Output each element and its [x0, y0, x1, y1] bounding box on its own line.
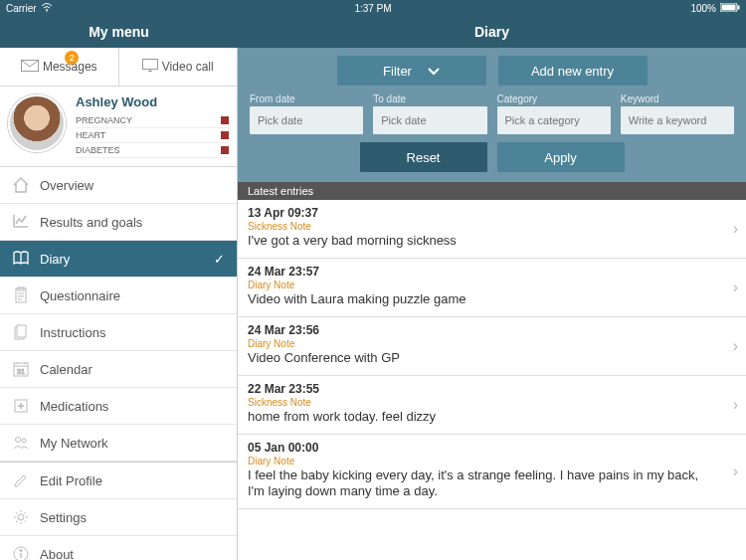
- home-icon: [12, 176, 30, 194]
- nav-label: Settings: [40, 510, 87, 525]
- sidebar-item-calendar[interactable]: 31Calendar: [0, 351, 237, 388]
- entry-text: home from work today. feel dizzy: [248, 409, 718, 426]
- top-bar: My menu Diary: [0, 16, 746, 48]
- to-date-input[interactable]: [373, 106, 486, 134]
- sidebar-item-settings[interactable]: Settings: [0, 499, 237, 536]
- sidebar-item-overview[interactable]: Overview: [0, 167, 237, 204]
- nav-label: Medications: [40, 399, 108, 414]
- entry-type: Diary Note: [248, 338, 718, 349]
- calendar-icon: 31: [12, 360, 30, 378]
- sidebar-item-about[interactable]: About: [0, 536, 237, 560]
- diary-entry[interactable]: 13 Apr 09:37Sickness NoteI've got a very…: [238, 200, 746, 259]
- page-title: Diary: [238, 16, 746, 48]
- chevron-right-icon: ›: [733, 463, 738, 480]
- entry-text: Video with Laura making puzzle game: [248, 291, 718, 308]
- apply-button[interactable]: Apply: [497, 142, 625, 172]
- profile-tag: HEART: [76, 128, 229, 143]
- tag-indicator-icon: [221, 146, 229, 154]
- profile-tag: PREGNANCY: [76, 113, 229, 128]
- avatar[interactable]: [8, 94, 66, 152]
- svg-point-17: [20, 550, 22, 552]
- profile-tag: DIABETES: [76, 143, 229, 158]
- add-entry-button[interactable]: Add new entry: [498, 56, 648, 86]
- tag-indicator-icon: [221, 131, 229, 139]
- clock-label: 1:37 PM: [354, 3, 391, 14]
- monitor-icon: [142, 59, 158, 75]
- diary-entry[interactable]: 05 Jan 00:00Diary NoteI feel the baby ki…: [238, 435, 746, 510]
- keyword-label: Keyword: [621, 93, 734, 104]
- chevron-right-icon: ›: [733, 337, 738, 355]
- svg-rect-3: [738, 5, 740, 9]
- people-icon: [12, 434, 30, 452]
- nav-label: Results and goals: [40, 215, 142, 230]
- tag-label: PREGNANCY: [76, 115, 132, 125]
- nav-label: Instructions: [40, 325, 105, 340]
- clipboard-icon: [12, 286, 30, 304]
- chevron-right-icon: ›: [733, 396, 738, 414]
- keyword-input[interactable]: [621, 106, 734, 134]
- battery-icon: [720, 3, 740, 14]
- diary-entry[interactable]: 22 Mar 23:55Sickness Notehome from work …: [238, 376, 746, 435]
- status-bar: Carrier 1:37 PM 100%: [0, 0, 746, 16]
- entry-text: I've got a very bad morning sickness: [248, 233, 718, 250]
- svg-point-14: [22, 439, 26, 443]
- sidebar-item-medications[interactable]: Medications: [0, 388, 237, 425]
- from-date-input[interactable]: [250, 106, 363, 134]
- sidebar-item-results-and-goals[interactable]: Results and goals: [0, 204, 237, 241]
- chart-icon: [12, 213, 30, 231]
- med-icon: [12, 397, 30, 415]
- entry-type: Diary Note: [248, 280, 718, 290]
- sidebar-title: My menu: [0, 16, 238, 48]
- book-icon: [12, 250, 30, 268]
- entry-date: 24 Mar 23:56: [248, 323, 718, 337]
- gear-icon: [12, 508, 30, 526]
- nav-label: Calendar: [40, 362, 93, 377]
- videocall-label: Video call: [162, 60, 214, 74]
- svg-rect-9: [17, 325, 26, 337]
- main-panel: Filter Add new entry From date To date: [238, 48, 746, 560]
- filter-button-label: Filter: [383, 64, 412, 79]
- svg-point-0: [46, 10, 48, 12]
- sidebar-item-diary[interactable]: Diary✓: [0, 241, 237, 278]
- filter-button[interactable]: Filter: [337, 56, 486, 86]
- envelope-icon: [21, 60, 39, 75]
- sidebar-item-instructions[interactable]: Instructions: [0, 314, 237, 351]
- tag-label: DIABETES: [76, 145, 120, 155]
- sidebar-item-edit-profile[interactable]: Edit Profile: [0, 463, 237, 499]
- entry-text: I feel the baby kicking every day, it's …: [248, 467, 718, 501]
- to-date-label: To date: [373, 93, 486, 104]
- info-icon: [12, 545, 30, 560]
- nav-list: OverviewResults and goalsDiary✓Questionn…: [0, 167, 237, 560]
- videocall-button[interactable]: Video call: [118, 48, 238, 86]
- from-date-label: From date: [250, 93, 363, 104]
- papers-icon: [12, 323, 30, 341]
- nav-label: My Network: [40, 436, 108, 451]
- svg-rect-2: [722, 4, 736, 10]
- tag-indicator-icon: [221, 116, 229, 124]
- entry-type: Sickness Note: [248, 397, 718, 408]
- nav-label: Diary: [40, 252, 70, 267]
- check-icon: ✓: [214, 252, 225, 267]
- reset-button[interactable]: Reset: [360, 142, 487, 172]
- diary-entry[interactable]: 24 Mar 23:56Diary NoteVideo Conference w…: [238, 317, 746, 376]
- svg-point-15: [18, 514, 24, 520]
- pencil-icon: [12, 471, 30, 489]
- profile-block: Ashley Wood PREGNANCYHEARTDIABETES: [0, 87, 237, 167]
- nav-label: Edit Profile: [40, 473, 102, 488]
- category-label: Category: [497, 93, 611, 104]
- messages-button[interactable]: Messages 2: [0, 48, 118, 86]
- svg-text:31: 31: [17, 368, 25, 375]
- wifi-icon: [41, 3, 53, 14]
- diary-entry[interactable]: 24 Mar 23:57Diary NoteVideo with Laura m…: [238, 259, 746, 317]
- entry-date: 24 Mar 23:57: [248, 265, 718, 279]
- profile-name: Ashley Wood: [76, 94, 229, 109]
- category-input[interactable]: [497, 106, 611, 134]
- filter-panel: Filter Add new entry From date To date: [238, 48, 746, 182]
- chevron-right-icon: ›: [733, 279, 738, 296]
- svg-point-13: [16, 438, 21, 443]
- sidebar-item-my-network[interactable]: My Network: [0, 425, 237, 462]
- sidebar-item-questionnaire[interactable]: Questionnaire: [0, 278, 237, 314]
- section-header: Latest entries: [238, 182, 746, 200]
- entry-date: 13 Apr 09:37: [248, 206, 718, 220]
- entry-date: 22 Mar 23:55: [248, 382, 718, 396]
